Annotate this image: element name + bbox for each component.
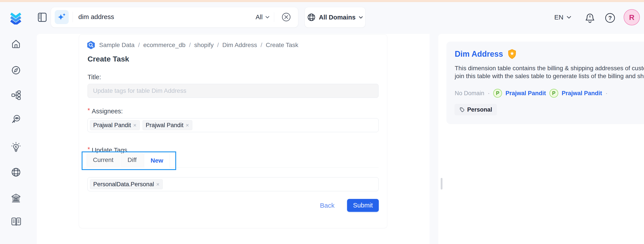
asset-title-row: Dim Address: [455, 49, 516, 59]
required-marker: *: [88, 107, 90, 114]
search-input[interactable]: dim address: [78, 13, 114, 20]
tabs-highlight-box: [82, 152, 176, 170]
remove-assignee-icon[interactable]: ×: [133, 122, 136, 129]
back-button[interactable]: Back: [320, 202, 334, 209]
notifications-bell-icon[interactable]: [585, 13, 595, 24]
sidebar-item-web[interactable]: [11, 167, 21, 177]
tag-icon: [459, 107, 464, 112]
sidebar-item-glossary[interactable]: [11, 217, 22, 226]
breadcrumb-separator: /: [217, 42, 219, 48]
search-scope-dropdown[interactable]: All: [256, 14, 270, 21]
assignee-chip: Prajwal Pandit ×: [90, 120, 140, 130]
sidebar-collapse-icon[interactable]: [38, 12, 47, 22]
user-avatar[interactable]: R: [624, 9, 640, 26]
language-dropdown[interactable]: EN: [554, 14, 571, 21]
all-domains-dropdown[interactable]: All Domains: [304, 7, 366, 28]
remove-tag-icon[interactable]: ×: [156, 181, 160, 188]
breadcrumb-item[interactable]: ecommerce_db: [143, 42, 186, 48]
sidebar-item-insights[interactable]: [11, 142, 21, 152]
owner-avatar[interactable]: P: [550, 89, 558, 98]
all-domains-label: All Domains: [319, 14, 356, 21]
breadcrumb-separator: /: [189, 42, 191, 48]
assignee-chip: Prajwal Pandit ×: [142, 120, 192, 130]
sidebar-item-governance[interactable]: [11, 193, 21, 203]
assignees-field-label-row: * Assignees:: [88, 108, 123, 115]
top-accent-strip: [0, 0, 644, 2]
certified-badge-icon: [508, 49, 516, 59]
assignees-select[interactable]: Prajwal Pandit × Prajwal Pandit ×: [88, 118, 378, 132]
asset-description-line: This dimension table contains the billin…: [455, 65, 644, 72]
scrollbar-thumb[interactable]: [441, 178, 442, 190]
help-icon[interactable]: ?: [605, 13, 615, 23]
sidebar-item-discover[interactable]: [11, 65, 21, 75]
chevron-down-icon: [359, 16, 363, 19]
chevron-down-icon: [566, 16, 571, 19]
breadcrumb-item[interactable]: Create Task: [266, 42, 298, 48]
breadcrumb-item[interactable]: Dim Address: [222, 42, 257, 48]
assignee-name: Prajwal Pandit: [93, 122, 131, 129]
sidebar-item-home[interactable]: [11, 39, 21, 49]
title-input[interactable]: Update tags for table Dim Address: [88, 84, 378, 98]
breadcrumb-separator: /: [138, 42, 140, 48]
owner-initial: P: [496, 90, 499, 96]
owner-link[interactable]: Prajwal Pandit: [562, 90, 602, 97]
asset-description-line: join this table with the sales table to …: [455, 73, 644, 80]
language-label: EN: [554, 14, 564, 21]
sidebar-item-observability[interactable]: [11, 114, 21, 124]
breadcrumb: Sample Data / ecommerce_db / shopify / D…: [86, 41, 298, 50]
breadcrumb-separator: /: [260, 42, 262, 48]
globe-icon: [307, 13, 316, 22]
search-scope-label: All: [256, 14, 262, 21]
app-logo[interactable]: [9, 10, 23, 24]
search-divider-2: [274, 12, 274, 22]
sidebar-item-workflows[interactable]: [11, 90, 21, 100]
ai-sparkles-icon[interactable]: [55, 10, 69, 24]
avatar-initial: R: [629, 13, 634, 22]
title-field-label: Title:: [88, 74, 101, 81]
search-clear-icon[interactable]: [282, 12, 291, 22]
classification-tag-label: Personal: [467, 106, 492, 113]
title-input-placeholder: Update tags for table Dim Address: [93, 87, 186, 94]
page-title: Create Task: [88, 55, 129, 63]
domain-label: No Domain: [455, 90, 484, 97]
owner-avatar[interactable]: P: [493, 89, 502, 98]
asset-title-link[interactable]: Dim Address: [455, 50, 503, 59]
remove-assignee-icon[interactable]: ×: [186, 122, 189, 129]
meta-separator: ·: [488, 90, 490, 97]
owner-initial: P: [552, 90, 556, 96]
assignees-field-label: Assignees:: [92, 108, 123, 115]
tag-name: PersonalData.Personal: [93, 181, 154, 188]
asset-meta-row: No Domain · P Prajwal Pandit P Prajwal P…: [455, 89, 608, 98]
meta-separator: ·: [606, 90, 608, 97]
owner-link[interactable]: Prajwal Pandit: [506, 90, 546, 97]
submit-button[interactable]: Submit: [347, 199, 379, 212]
breadcrumb-item[interactable]: Sample Data: [99, 42, 134, 48]
tags-select[interactable]: PersonalData.Personal ×: [88, 177, 378, 191]
breadcrumb-item[interactable]: shopify: [194, 42, 214, 48]
tag-chip: PersonalData.Personal ×: [90, 179, 163, 189]
chevron-down-icon: [265, 16, 270, 18]
classification-tag-personal[interactable]: Personal: [454, 104, 497, 115]
help-glyph: ?: [608, 15, 612, 22]
assignee-name: Prajwal Pandit: [146, 122, 184, 129]
bigquery-icon: [86, 41, 96, 50]
